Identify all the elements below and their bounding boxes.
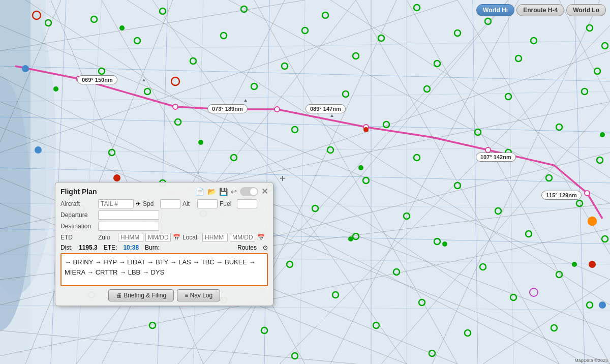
local-hhmm-input[interactable] <box>202 233 228 242</box>
svg-point-155 <box>599 301 606 309</box>
zulu-label: Zulu <box>98 234 116 241</box>
fp-buttons: 🖨 Briefing & Filing ≡ Nav Log <box>60 289 268 301</box>
flight-plan-panel: Flight Plan 📄 📂 💾 ↩ ✕ Aircraft ✈ Spd 110… <box>55 182 273 306</box>
svg-point-158 <box>113 174 120 181</box>
fuel-label: Fuel <box>220 200 235 207</box>
briefing-filing-button[interactable]: 🖨 Briefing & Filing <box>108 289 174 301</box>
svg-point-66 <box>274 107 280 112</box>
svg-point-148 <box>358 165 363 170</box>
route-text-box[interactable]: → BRINY → HYP → LIDAT → BTY → LAS → TBC … <box>60 253 268 286</box>
departure-label: Departure <box>60 211 96 219</box>
fp-export-icon[interactable]: ↩ <box>231 188 237 196</box>
svg-point-153 <box>22 65 29 72</box>
local-mmdd-input[interactable] <box>230 233 255 242</box>
burn-label: Burn: <box>145 244 160 251</box>
destination-label: Destination <box>60 223 96 230</box>
aircraft-label: Aircraft <box>60 200 96 207</box>
nav-log-button[interactable]: ≡ Nav Log <box>177 289 220 301</box>
spd-label: Spd <box>143 200 158 207</box>
top-nav: World Hi Enroute H-4 World Lo <box>476 4 606 16</box>
routes-label[interactable]: Routes <box>237 244 257 251</box>
world-lo-button[interactable]: World Lo <box>566 4 606 16</box>
aircraft-input[interactable] <box>98 199 134 208</box>
zulu-mmdd-input[interactable] <box>145 233 171 242</box>
map-copyright: MapData ©2025 <box>574 358 608 363</box>
svg-point-151 <box>600 132 605 137</box>
routes-arrow-icon: ⊙ <box>263 244 268 251</box>
departure-row: Departure <box>60 210 268 220</box>
svg-point-160 <box>589 261 596 268</box>
ete-value: 10:38 <box>123 244 139 251</box>
alt-label: Alt <box>182 200 195 207</box>
svg-point-152 <box>348 236 353 241</box>
svg-point-154 <box>35 146 42 154</box>
svg-point-65 <box>173 104 178 109</box>
fp-new-icon[interactable]: 📄 <box>196 188 204 196</box>
aircraft-icon: ✈ <box>136 200 141 207</box>
svg-point-145 <box>53 86 58 92</box>
svg-point-146 <box>119 25 125 31</box>
svg-point-147 <box>198 140 203 145</box>
destination-input[interactable] <box>98 222 159 231</box>
fp-toggle-knob <box>250 188 257 195</box>
flight-plan-title: Flight Plan <box>60 188 97 196</box>
fp-toggle[interactable] <box>240 187 258 196</box>
etd-label: ETD <box>60 234 96 241</box>
dist-ete-row: Dist: 1195.3 ETE: 10:38 Burn: Routes ⊙ <box>60 244 268 251</box>
dist-label: Dist: <box>60 244 73 251</box>
zulu-calendar-icon[interactable]: 📅 <box>173 234 180 241</box>
world-hi-button[interactable]: World Hi <box>476 4 514 16</box>
svg-point-159 <box>363 127 369 132</box>
zulu-hhmm-input[interactable] <box>118 233 143 242</box>
svg-point-68 <box>485 147 491 153</box>
svg-point-64 <box>76 76 81 81</box>
alt-input[interactable]: 080 <box>197 199 218 208</box>
local-calendar-icon[interactable]: 📅 <box>257 234 265 241</box>
svg-point-161 <box>588 217 596 225</box>
svg-point-149 <box>442 241 447 247</box>
local-label: Local <box>182 234 200 241</box>
fuel-input[interactable]: 0 <box>237 199 257 208</box>
fp-toolbar: 📄 📂 💾 ↩ ✕ <box>196 187 268 196</box>
ete-label: ETE: <box>104 244 117 251</box>
svg-point-150 <box>572 262 577 267</box>
fp-save-icon[interactable]: 💾 <box>219 188 228 196</box>
fp-open-icon[interactable]: 📂 <box>207 188 216 196</box>
destination-row: Destination <box>60 222 268 231</box>
departure-input[interactable] <box>98 210 159 220</box>
spd-input[interactable]: 110 <box>160 199 180 208</box>
svg-point-69 <box>585 191 590 196</box>
enroute-button[interactable]: Enroute H-4 <box>516 4 564 16</box>
etd-row: ETD Zulu 📅 Local 📅 <box>60 233 268 242</box>
fp-close-button[interactable]: ✕ <box>261 187 268 196</box>
map-container: 069° 150nm 073° 189nm 089° 147nm 107° 14… <box>0 0 610 364</box>
aircraft-row: Aircraft ✈ Spd 110 Alt 080 Fuel 0 <box>60 199 268 208</box>
dist-value: 1195.3 <box>79 244 98 251</box>
